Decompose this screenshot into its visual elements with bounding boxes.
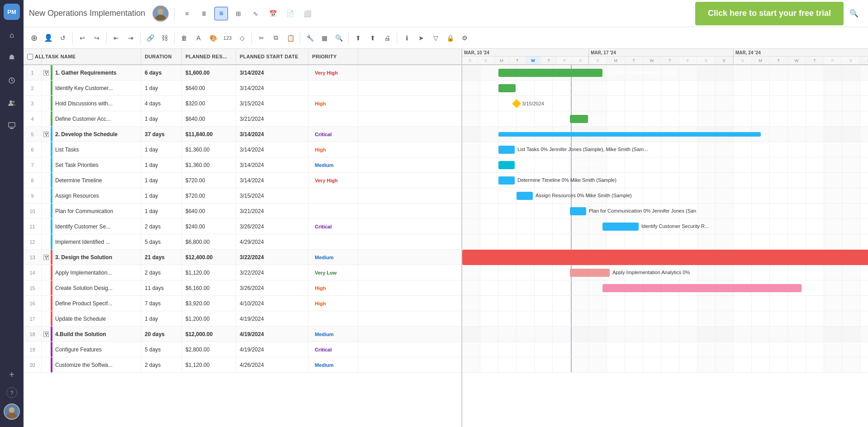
task-name-cell[interactable]: Define Customer Acc... — [42, 111, 141, 126]
add-resource-btn[interactable]: 👤 — [42, 31, 55, 45]
task-name-cell[interactable]: Identify Key Customer... — [42, 81, 141, 95]
table-row[interactable]: 16 Define Product Specif... 7 days $3,92… — [24, 296, 461, 311]
cut-btn[interactable]: ✂ — [255, 31, 268, 45]
app-logo[interactable]: PM — [4, 4, 20, 20]
table-row[interactable]: 19 Configure Features 5 days $2,800.00 4… — [24, 342, 461, 357]
task-name-cell[interactable]: Determine Timeline — [42, 173, 141, 188]
paint-btn[interactable]: 🎨 — [206, 31, 220, 45]
phase-toggle-icon[interactable]: ▽ — [43, 70, 49, 76]
grid-view-btn[interactable]: ⊞ — [232, 7, 245, 20]
gantt-bar[interactable] — [570, 269, 610, 277]
task-name-cell[interactable]: Assign Resources — [42, 188, 141, 203]
table-row[interactable]: 8 Determine Timeline 1 day $720.00 3/14/… — [24, 173, 461, 188]
task-name-cell[interactable]: Create Solution Desig... — [42, 280, 141, 295]
table-row[interactable]: 2 Identify Key Customer... 1 day $640.00… — [24, 81, 461, 96]
info-btn[interactable]: ℹ — [400, 31, 413, 45]
send-btn[interactable]: ➤ — [414, 31, 428, 45]
task-name-cell[interactable]: ▽2. Develop the Schedule — [42, 127, 141, 142]
table-row[interactable]: 1 ▽1. Gather Requirements 6 days $1,600.… — [24, 65, 461, 81]
indent-btn[interactable]: ⇥ — [124, 31, 138, 45]
filter-btn[interactable]: ▽ — [429, 31, 442, 45]
table-row[interactable]: 13 ▽3. Design the Solution 21 days $12,4… — [24, 250, 461, 265]
table-row[interactable]: 4 Define Customer Acc... 1 day $640.00 3… — [24, 111, 461, 127]
task-name-cell[interactable]: Set Task Priorities — [42, 157, 141, 172]
project-avatar[interactable] — [152, 5, 169, 22]
add-dependency-btn[interactable]: ↺ — [56, 31, 70, 45]
outdent-btn[interactable]: ⇤ — [109, 31, 123, 45]
pause-icon[interactable]: ⏸ — [197, 7, 211, 20]
wrench-btn[interactable]: 🔧 — [303, 31, 317, 45]
phase-toggle-icon[interactable]: ▽ — [43, 132, 49, 137]
gantt-bar[interactable] — [602, 284, 802, 292]
gantt-bar[interactable] — [498, 161, 515, 169]
table-row[interactable]: 9 Assign Resources 1 day $720.00 3/15/20… — [24, 188, 461, 204]
table-row[interactable]: 11 Identify Customer Se... 2 days $240.0… — [24, 219, 461, 234]
sidebar-item-help[interactable]: ? — [6, 387, 17, 398]
zoom-btn[interactable]: 🔍 — [332, 31, 346, 45]
shape-btn[interactable]: ◇ — [235, 31, 249, 45]
redo-btn[interactable]: ↪ — [90, 31, 104, 45]
sidebar-item-add[interactable]: + — [5, 367, 19, 382]
user-avatar[interactable] — [4, 403, 20, 420]
task-name-cell[interactable]: Implement Identified ... — [42, 234, 141, 249]
share-btn[interactable]: ⬆ — [366, 31, 379, 45]
board-view-btn[interactable]: ⬜ — [300, 7, 314, 20]
phase-toggle-icon[interactable]: ▽ — [43, 255, 49, 260]
select-all-checkbox[interactable] — [27, 54, 33, 60]
task-name-cell[interactable]: Hold Discussions with... — [42, 96, 141, 111]
task-name-cell[interactable]: Define Product Specif... — [42, 296, 141, 311]
phase-toggle-icon[interactable]: ▽ — [43, 332, 49, 337]
gantt-bar[interactable] — [462, 250, 868, 265]
col-all[interactable]: ALL — [24, 49, 42, 64]
trial-cta-button[interactable]: Click here to start your free trial — [695, 2, 844, 25]
link-btn[interactable]: 🔗 — [143, 31, 157, 45]
table-row[interactable]: 10 Plan for Communication 1 day $640.00 … — [24, 204, 461, 219]
counter-btn[interactable]: 123 — [221, 31, 234, 45]
calendar-view-btn[interactable]: 📅 — [266, 7, 280, 20]
sidebar-item-home[interactable]: ⌂ — [5, 28, 19, 43]
chart-view-btn[interactable]: ∿ — [249, 7, 262, 20]
table-row[interactable]: 12 Implement Identified ... 5 days $6,80… — [24, 234, 461, 250]
task-name-cell[interactable]: Customize the Softwa... — [42, 357, 141, 372]
task-name-cell[interactable]: ▽1. Gather Requirements — [42, 65, 141, 80]
table-row[interactable]: 17 Update the Schedule 1 day $1,200.00 4… — [24, 311, 461, 327]
table-row[interactable]: 14 Apply Implementation... 2 days $1,120… — [24, 265, 461, 280]
gantt-bar[interactable] — [498, 132, 761, 137]
list-view-btn[interactable]: ≡ — [214, 7, 228, 20]
task-name-cell[interactable]: Apply Implementation... — [42, 265, 141, 280]
gantt-bar[interactable] — [498, 146, 515, 154]
text-color-btn[interactable]: A — [192, 31, 205, 45]
task-name-cell[interactable]: Identify Customer Se... — [42, 219, 141, 234]
table-row[interactable]: 5 ▽2. Develop the Schedule 37 days $11,8… — [24, 127, 461, 142]
menu-icon[interactable]: ≡ — [180, 7, 194, 20]
gantt-area[interactable]: MAR, 10 '24 S S M T W T F S — [462, 49, 868, 427]
export-btn[interactable]: ⬆ — [351, 31, 365, 45]
doc-view-btn[interactable]: 📄 — [283, 7, 297, 20]
sidebar-item-projects[interactable] — [5, 119, 19, 133]
copy-btn[interactable]: ⧉ — [269, 31, 283, 45]
sidebar-item-recent[interactable] — [5, 73, 19, 88]
task-name-cell[interactable]: ▽4.Build the Solution — [42, 327, 141, 342]
sidebar-item-people[interactable] — [5, 96, 19, 110]
add-task-btn[interactable]: ⊕ — [27, 31, 41, 45]
sidebar-item-notifications[interactable] — [5, 51, 19, 65]
undo-btn[interactable]: ↩ — [76, 31, 89, 45]
gantt-bar[interactable] — [602, 223, 639, 231]
table-row[interactable]: 6 List Tasks 1 day $1,360.00 3/14/2024 H… — [24, 142, 461, 157]
task-name-cell[interactable]: Plan for Communication — [42, 204, 141, 218]
settings-btn[interactable]: ⚙ — [458, 31, 471, 45]
gantt-bar[interactable] — [517, 192, 533, 200]
gantt-bar[interactable] — [498, 176, 515, 185]
lock-btn[interactable]: 🔒 — [443, 31, 457, 45]
delete-btn[interactable]: 🗑 — [177, 31, 191, 45]
task-name-cell[interactable]: Update the Schedule — [42, 311, 141, 326]
table-row[interactable]: 3 Hold Discussions with... 4 days $320.0… — [24, 96, 461, 111]
table-row[interactable]: 15 Create Solution Desig... 11 days $6,1… — [24, 280, 461, 296]
unlink-btn[interactable]: ⛓ — [158, 31, 171, 45]
search-button[interactable]: 🔍 — [847, 7, 861, 20]
table-row[interactable]: 18 ▽4.Build the Solution 20 days $12,000… — [24, 327, 461, 342]
gantt-bar[interactable] — [570, 207, 586, 215]
gantt-bar[interactable] — [570, 115, 588, 123]
print-btn[interactable]: 🖨 — [380, 31, 394, 45]
task-name-cell[interactable]: Configure Features — [42, 342, 141, 357]
